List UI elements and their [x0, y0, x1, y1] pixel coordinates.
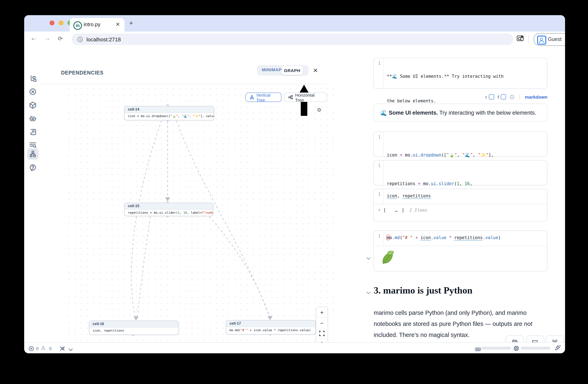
errors-count: 0	[36, 346, 39, 351]
tuple-output[interactable]: › […] 2 Items	[378, 207, 427, 213]
leaf-emoji-output	[379, 250, 395, 267]
warnings-icon[interactable]: ⚠	[41, 345, 45, 351]
cpu-icon	[513, 346, 519, 353]
vertical-tree-icon	[250, 95, 254, 100]
code-line: repetitions = mo.ui.slider(1, 16,	[387, 179, 545, 188]
search-tabs-icon[interactable]	[517, 35, 524, 43]
tuple-code-cell[interactable]: 1 icon, repetitions › […] 2 Items	[373, 189, 547, 221]
line-number: 1	[374, 189, 383, 204]
profile-label: Guest	[548, 37, 562, 42]
graph-node[interactable]: cell-14 icon = mo.ui.dropdown(["🍃", "🌊",…	[124, 106, 214, 120]
file-tree-icon[interactable]	[27, 73, 39, 84]
node-code: mo.md("# " + icon.value * repetitions.va…	[226, 327, 315, 334]
node-title: cell-16	[89, 321, 178, 327]
reload-icon[interactable]: ⟳	[58, 35, 63, 42]
cpu-usage-bar	[521, 347, 550, 350]
dependency-graph-canvas[interactable]: Vertical Tree Horizontal Tree ⚙ cell-14 …	[64, 84, 334, 353]
dependencies-panel: DEPENDENCIES MINIMAP GRAPH ✕	[41, 47, 334, 353]
dependency-graph-icon[interactable]	[27, 148, 39, 160]
wave-emoji: 🌊	[380, 110, 389, 116]
language-label[interactable]: markdown	[525, 95, 547, 99]
ai-assistant-icon[interactable]	[27, 113, 39, 124]
node-code: repetitions = mo.ui.slider(1, 16, label=…	[125, 210, 213, 216]
packages-icon[interactable]	[27, 99, 39, 111]
code-line: mo.md("# " + icon.value * repetitions.va…	[387, 233, 545, 242]
markdown-output-cell: 🌊 Some UI elements. Try interacting with…	[373, 104, 547, 122]
code-line: icon = mo.ui.dropdown(["🍃", "🌊", "✨"],	[387, 151, 545, 159]
browser-toolbar: ← → ⟳ ⓘ localhost:2718 Guest ⋮	[24, 32, 565, 47]
site-info-icon[interactable]: ⓘ	[77, 36, 83, 43]
scratchpad-icon[interactable]	[27, 126, 39, 137]
ai-sparkle-icon[interactable]	[554, 344, 561, 353]
warnings-count: 0	[49, 346, 52, 351]
marimo-favicon-icon: m	[73, 21, 82, 30]
graph-node[interactable]: cell-15 repetitions = mo.ui.slider(1, 16…	[124, 203, 213, 216]
zoom-out-icon[interactable]: −	[316, 318, 327, 328]
memory-icon	[475, 346, 481, 353]
expand-icon[interactable]: ›	[378, 207, 381, 213]
format-toggle-label: f	[498, 95, 499, 99]
markdown-output-text: 🌊 Some UI elements. Try interacting with…	[380, 109, 536, 116]
cell-divider	[374, 204, 547, 204]
horizontal-tree-icon	[288, 95, 293, 100]
node-code: icon = mo.ui.dropdown(["🍃", "🌊", "✨"], v…	[125, 113, 214, 120]
minimize-window-button[interactable]	[59, 20, 63, 25]
tab-title: intro.py	[84, 22, 100, 27]
code-line: icon, repetitions	[387, 192, 545, 200]
line-number: 1	[374, 132, 383, 156]
toolbar-divider	[528, 35, 529, 43]
node-title: cell-15	[125, 203, 213, 210]
markdown-code-cell[interactable]: 1 **🌊 Some UI elements.** Try interactin…	[373, 58, 547, 89]
new-tab-button[interactable]: +	[129, 19, 133, 27]
screen: m intro.py ✕ + ← → ⟳ ⓘ localhost:2718 Gu…	[0, 0, 588, 384]
browser-window: m intro.py ✕ + ← → ⟳ ⓘ localhost:2718 Gu…	[24, 15, 565, 353]
variables-icon[interactable]	[27, 86, 39, 97]
vertical-tree-label: Vertical Tree	[256, 92, 277, 102]
graph-edges	[64, 84, 334, 353]
collapse-chevron-icon[interactable]	[366, 254, 371, 262]
vertical-tree-button[interactable]: Vertical Tree	[245, 93, 281, 102]
profile-button[interactable]: Guest	[533, 33, 565, 46]
section-paragraph: marimo cells parse Python (and only Pyth…	[374, 307, 549, 341]
run-checkbox[interactable]	[489, 94, 494, 99]
line-number: 1	[374, 160, 383, 185]
cell-divider	[374, 246, 547, 246]
node-code: icon, repetitions	[89, 327, 178, 335]
format-checkbox[interactable]	[501, 94, 506, 99]
url-bar[interactable]: ⓘ localhost:2718	[72, 34, 513, 45]
disconnect-icon[interactable]	[59, 346, 65, 353]
panel-header-border	[41, 63, 327, 84]
graph-node[interactable]: cell-17 mo.md("# " + icon.value * repeti…	[226, 320, 316, 334]
help-icon[interactable]	[27, 162, 39, 173]
dropdown-code-cell[interactable]: 1 icon = mo.ui.dropdown(["🍃", "🌊", "✨"],…	[373, 131, 547, 157]
close-tab-icon[interactable]: ✕	[116, 21, 120, 27]
zoom-in-icon[interactable]: +	[316, 307, 327, 318]
info-icon[interactable]: ⓘ	[510, 95, 514, 99]
errors-icon[interactable]	[29, 346, 34, 353]
fit-view-icon[interactable]	[316, 328, 327, 339]
notebook-area: 1 **🌊 Some UI elements.** Try interactin…	[334, 47, 565, 353]
graph-settings-icon[interactable]: ⚙	[317, 107, 321, 113]
footer-divider	[519, 95, 520, 99]
chevron-down-icon[interactable]	[68, 346, 73, 353]
cell-footer: r f ⓘ markdown	[373, 93, 547, 99]
back-icon[interactable]: ←	[30, 34, 37, 42]
browser-tab[interactable]: m intro.py ✕	[70, 18, 125, 32]
items-count: 2 Items	[409, 208, 428, 212]
code-line: **🌊 Some UI elements.** Try interacting …	[387, 72, 545, 80]
browser-tab-strip: m intro.py ✕ +	[24, 15, 565, 32]
status-bar: 0 ⚠ 0	[24, 342, 565, 353]
marimo-sidebar	[24, 47, 42, 353]
guest-avatar-icon	[537, 36, 546, 45]
close-window-button[interactable]	[50, 20, 55, 25]
forward-icon[interactable]: →	[44, 34, 50, 42]
horizontal-tree-button[interactable]: Horizontal Tree	[284, 93, 327, 102]
horizontal-tree-label: Horizontal Tree	[295, 92, 323, 102]
slider-code-cell[interactable]: 1 repetitions = mo.ui.slider(1, 16, labe…	[373, 160, 547, 185]
memory-usage-bar	[482, 347, 511, 350]
section-collapse-chevron-icon[interactable]	[366, 288, 371, 296]
graph-node[interactable]: cell-16 icon, repetitions	[89, 321, 179, 335]
line-number: 1	[374, 58, 383, 88]
line-number: 1	[374, 231, 383, 246]
md-call-code-cell[interactable]: 1 mo.md("# " + icon.value * repetitions.…	[373, 230, 547, 271]
